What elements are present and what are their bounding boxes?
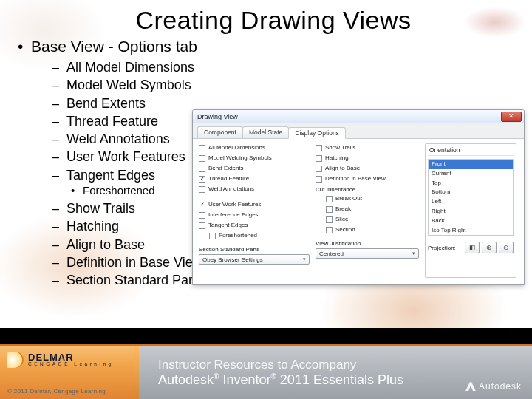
view-justification-select[interactable]: Centered ▾ [316, 248, 419, 259]
footer-line1: Instructor Resources to Accompany [158, 358, 532, 372]
delmar-sun-icon [7, 352, 24, 368]
projection-first-angle-button[interactable]: ⊕ [482, 242, 497, 253]
chk-weld-annotations[interactable] [199, 186, 205, 193]
chevron-down-icon: ▾ [303, 256, 306, 262]
chk-definition-in-base[interactable] [316, 176, 322, 183]
chk-label: Section [335, 225, 355, 234]
chk-show-trails[interactable] [316, 145, 322, 151]
third-angle-icon: ⊙ [503, 244, 509, 251]
dialog-title: Drawing View [197, 113, 238, 120]
projection-third-angle-button[interactable]: ⊙ [499, 242, 514, 253]
chk-label: Show Trails [325, 143, 355, 152]
chk-label: Hatching [325, 154, 349, 163]
chk-break[interactable] [326, 206, 332, 213]
chk-label: Model Welding Symbols [208, 154, 272, 163]
chk-section[interactable] [326, 227, 332, 233]
orientation-item[interactable]: Left [429, 197, 513, 207]
tab-display-options[interactable]: Display Options [288, 127, 346, 139]
orientation-item[interactable]: Bottom [429, 188, 513, 197]
close-icon: ✕ [508, 113, 514, 120]
orientation-item[interactable]: Top [429, 179, 513, 188]
orientation-item[interactable]: Iso Top Left [429, 235, 513, 236]
chk-label: Align to Base [325, 164, 360, 173]
cube-icon: ◧ [469, 244, 476, 251]
delmar-logo: DELMAR CENGAGE Learning [0, 346, 134, 368]
orientation-item[interactable]: Right [429, 207, 513, 216]
sub-a-5: User Work Features [66, 149, 185, 164]
registered-icon: ® [270, 372, 276, 381]
bullet1-text: Base View - Options tab [31, 38, 197, 55]
slide-title: Creating Drawing Views [30, 6, 517, 35]
orientation-list[interactable]: Front Current Top Bottom Left Right Back… [428, 159, 514, 236]
bullet-level1: •Base View - Options tab [18, 38, 517, 55]
sub-a-2: Bend Extents [66, 96, 146, 111]
decorative-black-bar [0, 328, 532, 344]
sub-a-0: All Model Dimensions [66, 60, 194, 75]
sub-b-2: Align to Base [66, 237, 145, 252]
orientation-label: Orientation [428, 146, 514, 156]
chk-thread-feature[interactable] [199, 176, 205, 183]
chk-label: Tangent Edges [208, 221, 248, 230]
sub-b-1: Hatching [66, 219, 119, 233]
chk-label: User Work Features [208, 200, 261, 209]
sub-b-3: Definition in Base View [66, 255, 202, 270]
drawing-view-dialog: Drawing View ✕ Component Model State Dis… [192, 109, 525, 285]
chk-model-weld-symbols[interactable] [199, 155, 205, 162]
svg-marker-0 [466, 382, 476, 391]
chk-label: Weld Annotations [208, 185, 254, 194]
orientation-item[interactable]: Iso Top Right [429, 226, 513, 236]
sub-b-0: Show Trails [66, 201, 135, 216]
chk-label: Bend Extents [208, 164, 244, 173]
chk-hatching[interactable] [316, 155, 322, 162]
first-angle-icon: ⊕ [486, 244, 492, 251]
autodesk-text: Autodesk [479, 381, 522, 392]
select-value: Obey Browser Settings [202, 256, 263, 263]
sub-a-4: Weld Annotations [66, 132, 170, 146]
cut-inheritance-label: Cut Inheritance [316, 186, 419, 193]
chk-all-model-dims[interactable] [199, 145, 205, 151]
chk-label: Foreshortened [219, 231, 257, 240]
projection-cube-button[interactable]: ◧ [465, 242, 480, 253]
footer-line2-b: Inventor [219, 372, 270, 387]
chk-label: Interference Edges [208, 211, 259, 219]
orientation-item[interactable]: Back [429, 216, 513, 226]
footer-line2-c: 2011 Essentials Plus [276, 372, 403, 387]
chk-label: Definition in Base View [325, 174, 386, 183]
view-justification-label: View Justification [316, 240, 419, 247]
chk-label: Break [335, 205, 351, 214]
copyright-text: © 2011 Delmar, Cengage Learning [7, 388, 106, 395]
chk-label: Break Out [335, 194, 362, 203]
chk-interference-edges[interactable] [199, 212, 205, 219]
chk-bend-extents[interactable] [199, 166, 205, 172]
footer-line2-a: Autodesk [158, 372, 214, 387]
sub-b-4: Section Standard Parts [66, 273, 203, 287]
sub-a-3: Thread Feature [66, 114, 158, 129]
autodesk-mark-icon [466, 382, 476, 391]
brand-sub: CENGAGE Learning [28, 361, 114, 366]
orientation-item[interactable]: Current [429, 169, 513, 179]
slide-footer: DELMAR CENGAGE Learning © 2011 Delmar, C… [0, 346, 532, 399]
sub-a-1: Model Weld Symbols [66, 78, 191, 92]
chk-slice[interactable] [326, 216, 332, 223]
chk-align-to-base[interactable] [316, 166, 322, 172]
chk-user-work-features[interactable] [199, 202, 205, 208]
dialog-titlebar[interactable]: Drawing View ✕ [193, 110, 524, 123]
tab-component[interactable]: Component [197, 126, 243, 138]
subsub-text: Foreshortened [83, 184, 155, 197]
autodesk-logo: Autodesk [466, 381, 522, 392]
chevron-down-icon: ▾ [412, 250, 415, 256]
close-button[interactable]: ✕ [501, 112, 522, 122]
sub-a-6: Tangent Edges [66, 168, 155, 183]
chk-label: Thread Feature [208, 174, 249, 183]
projection-label: Projection: [428, 245, 456, 251]
chk-foreshortened[interactable] [209, 233, 216, 239]
section-standard-parts-select[interactable]: Obey Browser Settings ▾ [199, 254, 310, 265]
dialog-tabs: Component Model State Display Options [193, 123, 524, 139]
footer-divider [134, 346, 139, 399]
section-standard-parts-label: Section Standard Parts [199, 246, 310, 253]
chk-tangent-edges[interactable] [199, 222, 205, 229]
chk-label: All Model Dimensions [208, 143, 265, 152]
chk-break-out[interactable] [326, 196, 332, 202]
orientation-item[interactable]: Front [429, 160, 513, 169]
tab-model-state[interactable]: Model State [242, 126, 289, 138]
